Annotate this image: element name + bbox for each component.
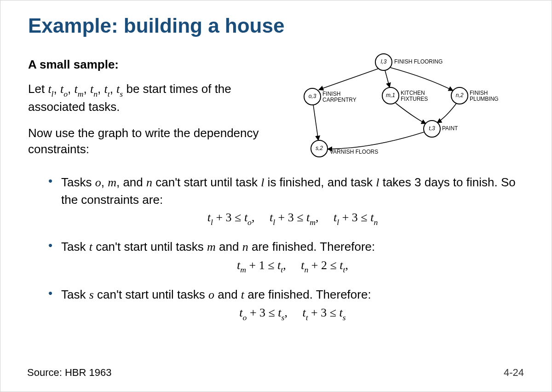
node-label: FINISH FLOORING [394, 58, 443, 65]
node-id: m,1 [386, 92, 395, 98]
bullet-3-text: Task s can't start until tasks o and t a… [61, 286, 524, 303]
bullet-1-text: Tasks o, m, and n can't start until task… [61, 174, 524, 208]
var-t-s: ts [116, 82, 123, 96]
edge-o-s [313, 105, 318, 140]
intro-text: A small sample: Let tl, to, tm, tn, tt, … [28, 51, 280, 167]
bullet-1: Tasks o, m, and n can't start until task… [48, 174, 524, 226]
node-id: l,3 [381, 58, 387, 65]
var-t-l: tl [48, 82, 53, 96]
text: be start times of the associated tasks. [28, 82, 231, 114]
node-m1: m,1 KITCHEN FIXTURES [382, 87, 428, 104]
node-id: n,2 [456, 92, 464, 98]
node-label-line1: FINISH [322, 91, 340, 97]
node-id: s,2 [316, 145, 323, 151]
node-id: o,3 [309, 93, 316, 99]
node-label-line2: PLUMBING [470, 96, 499, 102]
node-o3: o,3 FINISH CARPENTRY [304, 88, 356, 105]
edge-n-t [437, 104, 456, 123]
bullet-2-text: Task t can't start until tasks m and n a… [61, 238, 524, 255]
slide-title: Example: building a house [28, 14, 524, 37]
node-label-line2: FIXTURES [401, 96, 428, 102]
var-t-n: tn [90, 82, 98, 96]
bullet-3: Task s can't start until tasks o and t a… [48, 286, 524, 322]
node-id: t,3 [429, 125, 435, 132]
node-label-line2: CARPENTRY [322, 97, 356, 103]
dependency-graph: l,3 FINISH FLOORING o,3 FINISH CARPENTRY… [280, 48, 524, 159]
bullet-1-math: tl + 3 ≤ to, tl + 3 ≤ tm, tl + 3 ≤ tn [61, 211, 524, 226]
node-t3: t,3 PAINT [424, 121, 458, 137]
bullet-2-math: tm + 1 ≤ tt, tn + 2 ≤ tt, [61, 259, 524, 274]
page-number: 4-24 [504, 367, 524, 379]
edge-l-o [319, 69, 379, 90]
source-citation: Source: HBR 1963 [27, 367, 111, 379]
edge-m-t [396, 103, 426, 124]
paragraph-1: Let tl, to, tm, tn, tt, ts be start time… [28, 81, 271, 115]
var-t-m: tm [75, 82, 84, 96]
top-row: A small sample: Let tl, to, tm, tn, tt, … [28, 51, 524, 167]
slide: Example: building a house A small sample… [0, 0, 552, 392]
node-label: VARNISH FLOORS [330, 149, 378, 155]
var-t-t: tt [104, 82, 110, 96]
edge-t-s [328, 132, 424, 149]
text: Let [28, 82, 48, 96]
node-s2: s,2 VARNISH FLOORS [311, 140, 378, 157]
edge-l-n [391, 68, 453, 91]
node-label-line1: KITCHEN [401, 90, 425, 96]
node-n2: n,2 FINISH PLUMBING [451, 87, 499, 104]
bullet-2: Task t can't start until tasks m and n a… [48, 238, 524, 274]
subheading: A small sample: [28, 58, 271, 72]
node-label: PAINT [442, 125, 458, 132]
var-t-o: to [60, 82, 68, 96]
constraint-list: Tasks o, m, and n can't start until task… [48, 174, 524, 322]
paragraph-2: Now use the graph to write the dependenc… [28, 125, 271, 157]
node-label-line1: FINISH [470, 90, 488, 96]
edge-l-m [385, 70, 390, 87]
bullet-3-math: to + 3 ≤ ts, tt + 3 ≤ ts [61, 306, 524, 322]
node-l3: l,3 FINISH FLOORING [375, 54, 443, 70]
